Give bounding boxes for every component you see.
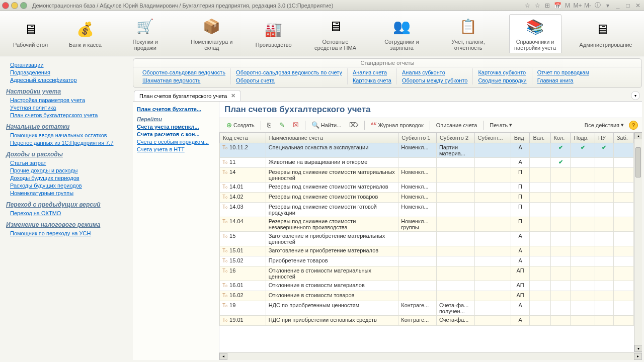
report-link[interactable]: Отчет по проводкам	[537, 69, 589, 75]
create-button[interactable]: ⊕Создать	[223, 120, 258, 130]
tab-plan-schetov[interactable]: План счетов бухгалтерского учета ✕	[134, 90, 241, 101]
column-header[interactable]: Субконт...	[474, 133, 511, 143]
sidebar-group-header[interactable]: Переход с предыдущих версий	[6, 201, 125, 208]
report-link[interactable]: Карточка счета	[353, 77, 391, 83]
report-link[interactable]: Сводные проводки	[478, 77, 526, 83]
column-header[interactable]: Кол.	[550, 133, 571, 143]
sidebar-link[interactable]: Прочие доходы и расходы	[10, 167, 125, 173]
section-Учет,[interactable]: 📋Учет, налоги, отчетность	[443, 15, 494, 53]
vertical-scrollbar[interactable]: ▴ ▾	[634, 132, 642, 352]
section-Покупки[interactable]: 🛒Покупки и продажи	[120, 15, 171, 53]
column-header[interactable]: Субконто 1	[398, 133, 437, 143]
column-header[interactable]: Подр.	[571, 133, 595, 143]
sidebar-group-header[interactable]: Доходы и расходы	[6, 151, 125, 158]
left-panel-link[interactable]: Счета учета в НТТ	[137, 146, 215, 152]
column-header[interactable]: Вид	[511, 133, 530, 143]
sidebar-group-header[interactable]: Начальные остатки	[6, 123, 125, 130]
table-row[interactable]: T₀14.01Резервы под снижение стоимости ма…	[220, 183, 634, 193]
section-Производство[interactable]: 🏭Производство	[253, 18, 295, 50]
lp-scheta-nomenkl[interactable]: Счета учета номенкл...	[137, 124, 215, 130]
report-link[interactable]: Обороты счета	[236, 77, 342, 83]
sidebar-link[interactable]: План счетов бухгалтерского учета	[10, 112, 125, 118]
clear-search-button[interactable]: ⌦	[346, 120, 361, 130]
titlebar-icon[interactable]: ⓘ	[594, 2, 602, 10]
lp-plan-schetov[interactable]: План счетов бухгалте...	[137, 106, 215, 112]
sidebar-link[interactable]: Помощник ввода начальных остатков	[10, 132, 125, 138]
sidebar-link[interactable]: Доходы будущих периодов	[10, 175, 125, 181]
titlebar-icon[interactable]: ☆	[523, 2, 531, 10]
print-button[interactable]: Печать ▾	[487, 121, 515, 129]
table-row[interactable]: T₀16.02Отклонение в стоимости товаровАП	[220, 291, 634, 301]
left-panel-link[interactable]: Счета с особым порядком...	[137, 139, 215, 145]
sidebar-link[interactable]: Организации	[10, 62, 125, 68]
section-Сотрудники[interactable]: 👥Сотрудники и зарплата	[376, 15, 428, 53]
edit-button[interactable]: ✎	[276, 120, 288, 130]
sidebar-link[interactable]: Статьи затрат	[10, 160, 125, 166]
help-button[interactable]: ?	[629, 121, 638, 130]
column-header[interactable]: НУ	[595, 133, 614, 143]
section-Банк[interactable]: 💰Банк и касса	[66, 18, 105, 50]
section-Рабочий[interactable]: 🖥Рабочий стол	[10, 18, 51, 50]
table-wrap[interactable]: Код счетаНаименование счетаСубконто 1Суб…	[219, 132, 634, 352]
report-link[interactable]: Оборотно-сальдовая ведомость	[142, 69, 225, 75]
tab-menu-button[interactable]: ▾	[631, 91, 640, 100]
lp-header-perejti[interactable]: Перейти	[137, 116, 215, 122]
horizontal-scrollbar[interactable]: ◂ ▸	[219, 352, 642, 360]
table-row[interactable]: T₀14.03Резервы под снижение стоимости го…	[220, 203, 634, 217]
sidebar-link[interactable]: Учетная политика	[10, 105, 125, 111]
report-link[interactable]: Карточка субконто	[478, 69, 526, 75]
report-link[interactable]: Главная книга	[537, 77, 589, 83]
window-min-dot[interactable]	[11, 2, 18, 9]
table-row[interactable]: T₀14Резервы под снижение стоимости матер…	[220, 168, 634, 183]
sidebar-link[interactable]: Помощник по переходу на УСН	[10, 230, 125, 236]
window-max-dot[interactable]	[20, 2, 27, 9]
scroll-up-button[interactable]: ▴	[634, 132, 642, 139]
table-row[interactable]: T₀19НДС по приобретенным ценностямКонтра…	[220, 301, 634, 316]
column-header[interactable]: Вал.	[530, 133, 550, 143]
section-Номенклатура[interactable]: 📦Номенклатура и склад	[186, 15, 237, 53]
table-row[interactable]: T₀14.02Резервы под снижение стоимости то…	[220, 193, 634, 203]
find-button[interactable]: 🔍Найти...	[308, 120, 345, 130]
lp-scheta-raschetov[interactable]: Счета расчетов с кон...	[137, 131, 215, 137]
sidebar-group-header[interactable]: Изменение налогового режима	[6, 221, 125, 228]
sidebar-link[interactable]: Адресный классификатор	[10, 77, 125, 83]
titlebar-icon[interactable]: M-	[584, 2, 592, 10]
section-Администрирование[interactable]: 🖥Администрирование	[577, 18, 628, 50]
window-close-dot[interactable]	[2, 2, 9, 9]
section-Справочники[interactable]: 📚Справочники и настройки учета	[509, 14, 561, 53]
table-row[interactable]: T₀15.01Заготовление и приобретение матер…	[220, 246, 634, 256]
table-row[interactable]: T₀14.04Резервы под снижение стоимости не…	[220, 217, 634, 232]
sidebar-link[interactable]: Номенклатурные группы	[10, 190, 125, 196]
scroll-thumb[interactable]	[635, 147, 641, 177]
table-row[interactable]: T₀11Животные на выращивании и откормеА✔	[220, 158, 634, 168]
titlebar-icon[interactable]: 📅	[553, 2, 561, 10]
column-header[interactable]: Субконто 2	[436, 133, 474, 143]
sidebar-group-header[interactable]: Настройки учета	[6, 88, 125, 95]
section-Основные[interactable]: 🖥Основные средства и НМА	[310, 15, 361, 53]
report-link[interactable]: Обороты между субконто	[402, 77, 467, 83]
sidebar-link[interactable]: Настройка параметров учета	[10, 97, 125, 103]
titlebar-icon[interactable]: ▾	[604, 2, 612, 10]
sidebar-link[interactable]: Подразделения	[10, 69, 125, 75]
column-header[interactable]: Наименование счета	[266, 133, 398, 143]
table-row[interactable]: T₀15Заготовление и приобретение материал…	[220, 232, 634, 246]
table-row[interactable]: T₀15.02Приобретение товаровА	[220, 256, 634, 266]
scroll-down-button[interactable]: ▾	[634, 345, 642, 352]
titlebar-icon[interactable]: ☆	[533, 2, 541, 10]
titlebar-icon[interactable]: ⊞	[543, 2, 551, 10]
sidebar-link[interactable]: Расходы будущих периодов	[10, 183, 125, 189]
titlebar-icon[interactable]: _	[614, 2, 622, 10]
titlebar-icon[interactable]: M	[564, 2, 572, 10]
titlebar-icon[interactable]: M+	[574, 2, 582, 10]
report-link[interactable]: Шахматная ведомость	[142, 77, 225, 83]
delete-button[interactable]: ☒	[290, 120, 302, 130]
all-actions-button[interactable]: Все действия ▾	[582, 121, 627, 129]
report-link[interactable]: Анализ счета	[353, 69, 391, 75]
journal-button[interactable]: ᴬᴷЖурнал проводок	[368, 120, 426, 130]
copy-button[interactable]: ⎘	[264, 120, 274, 130]
tab-close-icon[interactable]: ✕	[231, 93, 235, 99]
table-row[interactable]: T₀16.01Отклонение в стоимости материалов…	[220, 281, 634, 291]
column-header[interactable]: Заб.	[613, 133, 633, 143]
descr-button[interactable]: Описание счета	[433, 121, 480, 129]
scroll-left-button[interactable]: ◂	[219, 353, 227, 360]
